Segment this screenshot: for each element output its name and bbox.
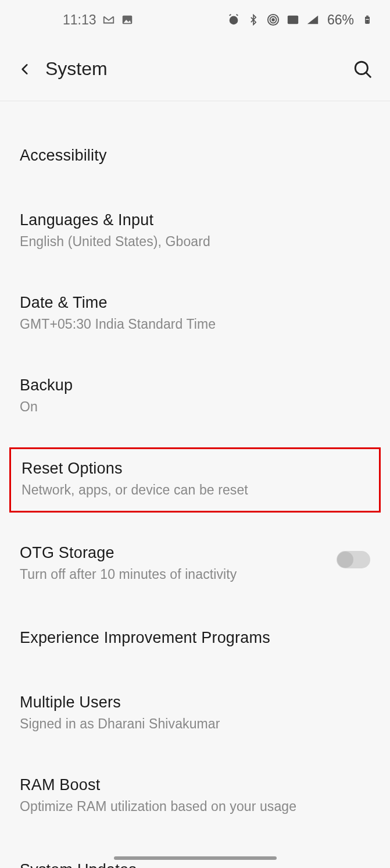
svg-marker-7 bbox=[307, 16, 318, 24]
status-left: 11:13 bbox=[16, 12, 134, 28]
setting-subtitle: English (United States), Gboard bbox=[20, 234, 370, 250]
svg-point-3 bbox=[272, 19, 274, 21]
page-header: System bbox=[0, 35, 390, 101]
setting-title: Backup bbox=[20, 376, 370, 394]
setting-reset-options[interactable]: Reset Options Network, apps, or device c… bbox=[9, 447, 381, 513]
photo-icon bbox=[121, 13, 134, 26]
svg-line-13 bbox=[366, 72, 371, 77]
setting-title: Multiple Users bbox=[20, 693, 370, 712]
svg-rect-6 bbox=[288, 16, 298, 24]
svg-rect-9 bbox=[366, 16, 368, 17]
setting-multiple-users[interactable]: Multiple Users Signed in as Dharani Shiv… bbox=[0, 682, 390, 745]
setting-title: Experience Improvement Programs bbox=[20, 629, 370, 647]
setting-subtitle: On bbox=[20, 399, 370, 415]
status-right: 66% bbox=[227, 12, 374, 28]
battery-icon bbox=[361, 13, 374, 26]
battery-percentage: 66% bbox=[327, 12, 354, 28]
setting-title: System Updates bbox=[20, 861, 370, 868]
status-bar: 11:13 bbox=[0, 0, 390, 35]
setting-otg-storage[interactable]: OTG Storage Turn off after 10 minutes of… bbox=[0, 532, 390, 595]
back-icon[interactable] bbox=[17, 62, 33, 77]
setting-title: OTG Storage bbox=[20, 544, 325, 562]
setting-title: Reset Options bbox=[22, 460, 368, 478]
gmail-icon bbox=[102, 13, 115, 26]
setting-subtitle: Network, apps, or device can be reset bbox=[22, 482, 368, 498]
bluetooth-icon bbox=[247, 13, 260, 26]
setting-title: Date & Time bbox=[20, 294, 370, 312]
navigation-handle[interactable] bbox=[114, 856, 277, 860]
header-left: System bbox=[17, 58, 108, 80]
setting-experience-improvement[interactable]: Experience Improvement Programs bbox=[0, 617, 390, 660]
setting-subtitle: Turn off after 10 minutes of inactivity bbox=[20, 567, 325, 582]
alarm-icon bbox=[227, 13, 240, 26]
setting-title: Languages & Input bbox=[20, 211, 370, 229]
search-icon[interactable] bbox=[353, 59, 373, 79]
svg-point-12 bbox=[355, 62, 367, 74]
setting-accessibility[interactable]: Accessibility bbox=[0, 135, 390, 177]
otg-toggle[interactable] bbox=[337, 551, 370, 568]
page-title: System bbox=[45, 58, 108, 80]
signal-icon bbox=[306, 13, 319, 26]
setting-ram-boost[interactable]: RAM Boost Optimize RAM utilization based… bbox=[0, 764, 390, 827]
settings-list: Accessibility Languages & Input English … bbox=[0, 101, 390, 868]
svg-rect-11 bbox=[366, 20, 368, 24]
setting-subtitle: Optimize RAM utilization based on your u… bbox=[20, 799, 370, 814]
setting-languages[interactable]: Languages & Input English (United States… bbox=[0, 200, 390, 262]
setting-datetime[interactable]: Date & Time GMT+05:30 India Standard Tim… bbox=[0, 282, 390, 345]
setting-title: Accessibility bbox=[20, 147, 370, 165]
setting-title: RAM Boost bbox=[20, 776, 370, 794]
volte-icon bbox=[287, 13, 299, 26]
hotspot-icon bbox=[267, 13, 280, 26]
toggle-knob bbox=[337, 552, 353, 568]
svg-point-2 bbox=[230, 16, 238, 25]
setting-subtitle: Signed in as Dharani Shivakumar bbox=[20, 716, 370, 732]
status-time: 11:13 bbox=[63, 12, 96, 28]
setting-subtitle: GMT+05:30 India Standard Time bbox=[20, 316, 370, 332]
setting-backup[interactable]: Backup On bbox=[0, 365, 390, 428]
